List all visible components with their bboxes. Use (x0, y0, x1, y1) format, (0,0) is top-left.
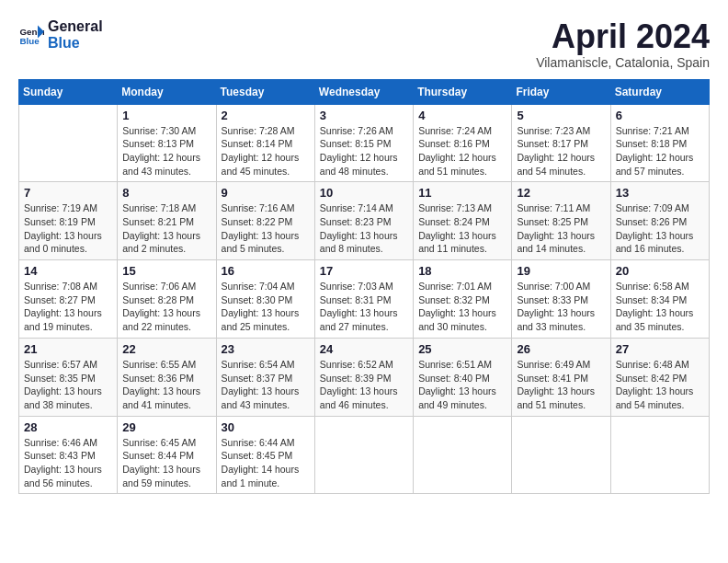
day-number: 19 (517, 264, 605, 278)
logo-text-blue: Blue (48, 35, 103, 52)
day-info: Sunrise: 7:01 AM Sunset: 8:32 PM Dayligh… (418, 280, 506, 334)
calendar-cell: 23Sunrise: 6:54 AM Sunset: 8:37 PM Dayli… (216, 338, 314, 416)
header-thursday: Thursday (414, 79, 512, 104)
day-info: Sunrise: 7:13 AM Sunset: 8:24 PM Dayligh… (418, 201, 506, 256)
calendar-table: SundayMondayTuesdayWednesdayThursdayFrid… (18, 79, 710, 495)
day-info: Sunrise: 7:30 AM Sunset: 8:13 PM Dayligh… (122, 124, 210, 178)
week-row-4: 21Sunrise: 6:57 AM Sunset: 8:35 PM Dayli… (19, 338, 710, 416)
day-number: 14 (24, 264, 112, 278)
day-info: Sunrise: 6:44 AM Sunset: 8:45 PM Dayligh… (222, 436, 310, 490)
day-number: 28 (24, 420, 112, 434)
calendar-cell: 15Sunrise: 7:06 AM Sunset: 8:28 PM Dayli… (118, 260, 216, 339)
calendar-cell: 11Sunrise: 7:13 AM Sunset: 8:24 PM Dayli… (414, 182, 512, 260)
day-number: 17 (320, 264, 408, 278)
day-info: Sunrise: 7:26 AM Sunset: 8:15 PM Dayligh… (320, 124, 408, 178)
day-info: Sunrise: 7:23 AM Sunset: 8:17 PM Dayligh… (517, 124, 605, 178)
day-info: Sunrise: 6:48 AM Sunset: 8:42 PM Dayligh… (616, 358, 704, 412)
day-info: Sunrise: 7:18 AM Sunset: 8:21 PM Dayligh… (122, 201, 210, 256)
calendar-cell: 1Sunrise: 7:30 AM Sunset: 8:13 PM Daylig… (118, 104, 216, 182)
header-monday: Monday (118, 79, 216, 104)
day-number: 18 (418, 264, 506, 278)
calendar-cell: 10Sunrise: 7:14 AM Sunset: 8:23 PM Dayli… (314, 182, 413, 260)
calendar-header-row: SundayMondayTuesdayWednesdayThursdayFrid… (19, 79, 710, 104)
day-info: Sunrise: 7:04 AM Sunset: 8:30 PM Dayligh… (222, 280, 310, 334)
calendar-cell: 20Sunrise: 6:58 AM Sunset: 8:34 PM Dayli… (610, 260, 709, 339)
day-number: 13 (616, 186, 704, 200)
location-subtitle: Vilamaniscle, Catalonia, Spain (536, 55, 710, 70)
day-number: 25 (418, 342, 506, 356)
day-info: Sunrise: 7:00 AM Sunset: 8:33 PM Dayligh… (517, 280, 605, 334)
calendar-cell: 12Sunrise: 7:11 AM Sunset: 8:25 PM Dayli… (512, 182, 610, 260)
calendar-cell: 4Sunrise: 7:24 AM Sunset: 8:16 PM Daylig… (414, 104, 512, 182)
day-info: Sunrise: 7:11 AM Sunset: 8:25 PM Dayligh… (517, 201, 605, 256)
header-tuesday: Tuesday (216, 79, 314, 104)
calendar-cell (512, 416, 610, 494)
calendar-cell: 18Sunrise: 7:01 AM Sunset: 8:32 PM Dayli… (414, 260, 512, 339)
header-sunday: Sunday (19, 79, 118, 104)
calendar-cell: 9Sunrise: 7:16 AM Sunset: 8:22 PM Daylig… (216, 182, 314, 260)
day-info: Sunrise: 6:57 AM Sunset: 8:35 PM Dayligh… (24, 358, 112, 412)
calendar-cell: 26Sunrise: 6:49 AM Sunset: 8:41 PM Dayli… (512, 338, 610, 416)
day-number: 16 (222, 264, 310, 278)
day-info: Sunrise: 6:49 AM Sunset: 8:41 PM Dayligh… (517, 358, 605, 412)
day-info: Sunrise: 7:14 AM Sunset: 8:23 PM Dayligh… (320, 201, 408, 256)
calendar-cell: 17Sunrise: 7:03 AM Sunset: 8:31 PM Dayli… (314, 260, 413, 339)
calendar-cell: 14Sunrise: 7:08 AM Sunset: 8:27 PM Dayli… (19, 260, 118, 339)
day-info: Sunrise: 7:21 AM Sunset: 8:18 PM Dayligh… (616, 124, 704, 178)
day-number: 5 (517, 109, 605, 122)
day-number: 27 (616, 342, 704, 356)
calendar-cell: 5Sunrise: 7:23 AM Sunset: 8:17 PM Daylig… (512, 104, 610, 182)
day-number: 29 (122, 420, 210, 434)
day-number: 12 (517, 186, 605, 200)
day-number: 11 (418, 186, 506, 200)
day-info: Sunrise: 7:28 AM Sunset: 8:14 PM Dayligh… (222, 124, 310, 178)
day-info: Sunrise: 6:46 AM Sunset: 8:43 PM Dayligh… (24, 436, 112, 490)
day-info: Sunrise: 6:52 AM Sunset: 8:39 PM Dayligh… (320, 358, 408, 412)
day-info: Sunrise: 7:24 AM Sunset: 8:16 PM Dayligh… (418, 124, 506, 178)
calendar-cell: 30Sunrise: 6:44 AM Sunset: 8:45 PM Dayli… (216, 416, 314, 494)
header-wednesday: Wednesday (314, 79, 413, 104)
day-number: 20 (616, 264, 704, 278)
day-number: 7 (24, 186, 112, 200)
day-number: 9 (222, 186, 310, 200)
calendar-cell: 7Sunrise: 7:19 AM Sunset: 8:19 PM Daylig… (19, 182, 118, 260)
day-info: Sunrise: 7:08 AM Sunset: 8:27 PM Dayligh… (24, 280, 112, 334)
page-header: General Blue General Blue April 2024 Vil… (18, 18, 710, 70)
day-number: 26 (517, 342, 605, 356)
calendar-cell: 25Sunrise: 6:51 AM Sunset: 8:40 PM Dayli… (414, 338, 512, 416)
day-number: 1 (122, 109, 210, 122)
day-info: Sunrise: 6:55 AM Sunset: 8:36 PM Dayligh… (122, 358, 210, 412)
calendar-cell (19, 104, 118, 182)
calendar-cell: 28Sunrise: 6:46 AM Sunset: 8:43 PM Dayli… (19, 416, 118, 494)
logo-text-general: General (48, 18, 103, 35)
calendar-cell: 27Sunrise: 6:48 AM Sunset: 8:42 PM Dayli… (610, 338, 709, 416)
calendar-cell: 21Sunrise: 6:57 AM Sunset: 8:35 PM Dayli… (19, 338, 118, 416)
calendar-cell: 22Sunrise: 6:55 AM Sunset: 8:36 PM Dayli… (118, 338, 216, 416)
day-number: 21 (24, 342, 112, 356)
day-info: Sunrise: 7:03 AM Sunset: 8:31 PM Dayligh… (320, 280, 408, 334)
calendar-cell: 2Sunrise: 7:28 AM Sunset: 8:14 PM Daylig… (216, 104, 314, 182)
day-info: Sunrise: 6:51 AM Sunset: 8:40 PM Dayligh… (418, 358, 506, 412)
day-number: 30 (222, 420, 310, 434)
week-row-1: 1Sunrise: 7:30 AM Sunset: 8:13 PM Daylig… (19, 104, 710, 182)
day-number: 10 (320, 186, 408, 200)
day-info: Sunrise: 6:58 AM Sunset: 8:34 PM Dayligh… (616, 280, 704, 334)
week-row-2: 7Sunrise: 7:19 AM Sunset: 8:19 PM Daylig… (19, 182, 710, 260)
calendar-cell: 29Sunrise: 6:45 AM Sunset: 8:44 PM Dayli… (118, 416, 216, 494)
week-row-5: 28Sunrise: 6:46 AM Sunset: 8:43 PM Dayli… (19, 416, 710, 494)
header-saturday: Saturday (610, 79, 709, 104)
month-title: April 2024 (536, 18, 710, 55)
day-info: Sunrise: 6:45 AM Sunset: 8:44 PM Dayligh… (122, 436, 210, 490)
calendar-cell: 16Sunrise: 7:04 AM Sunset: 8:30 PM Dayli… (216, 260, 314, 339)
calendar-cell: 8Sunrise: 7:18 AM Sunset: 8:21 PM Daylig… (118, 182, 216, 260)
day-number: 8 (122, 186, 210, 200)
calendar-cell: 6Sunrise: 7:21 AM Sunset: 8:18 PM Daylig… (610, 104, 709, 182)
day-info: Sunrise: 7:06 AM Sunset: 8:28 PM Dayligh… (122, 280, 210, 334)
header-friday: Friday (512, 79, 610, 104)
calendar-cell: 3Sunrise: 7:26 AM Sunset: 8:15 PM Daylig… (314, 104, 413, 182)
day-number: 3 (320, 109, 408, 122)
day-info: Sunrise: 7:16 AM Sunset: 8:22 PM Dayligh… (222, 201, 310, 256)
day-number: 22 (122, 342, 210, 356)
calendar-cell: 13Sunrise: 7:09 AM Sunset: 8:26 PM Dayli… (610, 182, 709, 260)
calendar-cell (414, 416, 512, 494)
